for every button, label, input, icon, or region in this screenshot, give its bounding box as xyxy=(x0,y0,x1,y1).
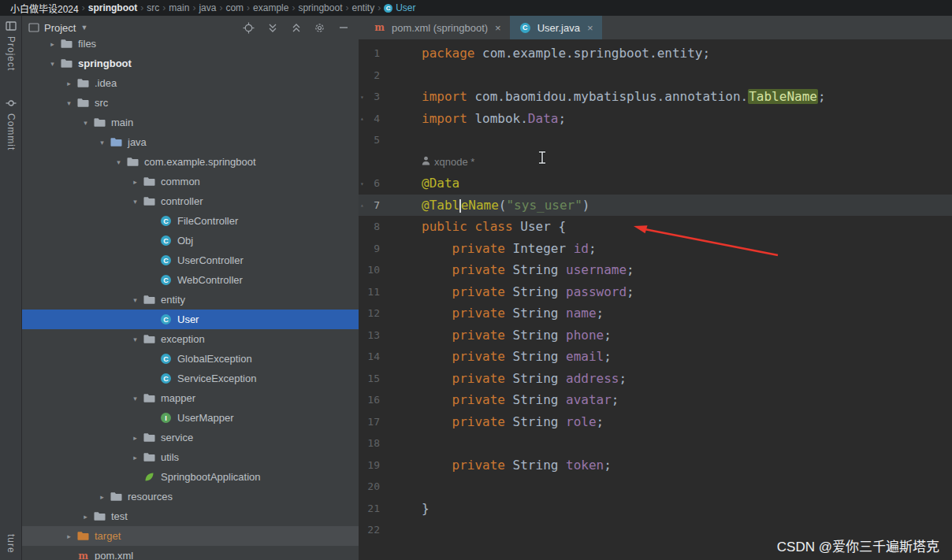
tree-item-filecontroller[interactable]: CFileController xyxy=(22,211,359,231)
code-text[interactable]: private String name; xyxy=(415,306,604,321)
collapse-all-icon[interactable] xyxy=(290,22,302,34)
tree-item-main[interactable]: ▾main xyxy=(22,113,359,132)
tree-item-usermapper[interactable]: IUserMapper xyxy=(22,408,359,428)
chevron-down-icon[interactable]: ▾ xyxy=(78,119,93,127)
code-text[interactable]: private String role; xyxy=(415,414,604,429)
tree-item-usercontroller[interactable]: CUserController xyxy=(22,250,359,270)
breadcrumb-item-entity[interactable]: entity xyxy=(349,2,377,13)
breadcrumb-item-example[interactable]: example xyxy=(251,2,291,13)
code-text[interactable]: private String username; xyxy=(415,262,634,277)
code-line[interactable]: 2 xyxy=(359,65,952,87)
tab-pom-xml-springboot[interactable]: mpom.xml (springboot)× xyxy=(364,16,510,39)
tree-item-springbootapplication[interactable]: SpringbootApplication xyxy=(22,467,359,487)
chevron-right-icon[interactable]: ▸ xyxy=(78,513,93,521)
chevron-right-icon[interactable]: ▸ xyxy=(61,80,76,87)
chevron-down-icon[interactable]: ▾ xyxy=(95,139,110,146)
chevron-right-icon[interactable]: ▸ xyxy=(128,434,143,442)
tree-item-webcontroller[interactable]: CWebController xyxy=(22,270,359,290)
close-icon[interactable]: × xyxy=(495,22,501,34)
breadcrumb-item-springboot[interactable]: springboot xyxy=(296,2,344,13)
settings-icon[interactable] xyxy=(314,22,325,34)
fold-marker-icon[interactable]: ▾ xyxy=(360,93,364,100)
tree-item-src[interactable]: ▾src xyxy=(22,93,359,113)
chevron-down-icon[interactable]: ▾ xyxy=(45,60,60,68)
chevron-down-icon[interactable]: ▼ xyxy=(80,24,87,32)
code-text[interactable]: private String address; xyxy=(415,371,627,386)
tree-item-test[interactable]: ▸test xyxy=(22,506,359,526)
code-line[interactable]: 7▴@TableName("sys_user") xyxy=(359,195,952,217)
tree-item-idea[interactable]: ▸.idea xyxy=(22,73,359,93)
rail-tab-project[interactable]: Project xyxy=(0,16,21,76)
code-text[interactable]: private String email; xyxy=(415,349,612,364)
code-line[interactable]: 8public class User { xyxy=(359,216,952,238)
code-line[interactable]: 20 xyxy=(359,476,952,498)
chevron-right-icon[interactable]: ▸ xyxy=(61,532,76,540)
code-line[interactable]: 5 xyxy=(359,129,952,151)
code-area[interactable]: 1package com.example.springboot.entity;2… xyxy=(359,39,952,560)
code-text[interactable]: public class User { xyxy=(415,219,566,234)
tree-item-mapper[interactable]: ▾mapper xyxy=(22,388,359,408)
expand-all-icon[interactable] xyxy=(266,22,278,34)
code-line[interactable]: 10 private String username; xyxy=(359,259,952,281)
close-icon[interactable]: × xyxy=(587,22,593,34)
rail-tab-structure[interactable]: ture xyxy=(0,529,22,558)
project-panel-title[interactable]: Project xyxy=(44,22,76,34)
chevron-down-icon[interactable]: ▾ xyxy=(128,296,143,304)
code-line[interactable]: 4▴import lombok.Data; xyxy=(359,108,952,130)
tree-item-serviceexception[interactable]: CServiceException xyxy=(22,369,359,388)
tree-item-files[interactable]: ▸files xyxy=(22,34,359,54)
tree-item-entity[interactable]: ▾entity xyxy=(22,290,359,310)
tree-item-service[interactable]: ▸service xyxy=(22,428,359,447)
code-line[interactable]: 16 private String avatar; xyxy=(359,389,952,411)
chevron-down-icon[interactable]: ▾ xyxy=(61,99,76,107)
fold-marker-icon[interactable]: ▴ xyxy=(360,115,364,122)
code-line[interactable]: 3▾import com.baomidou.mybatisplus.annota… xyxy=(359,86,952,108)
chevron-right-icon[interactable]: ▸ xyxy=(95,493,110,501)
code-line[interactable]: 11 private String password; xyxy=(359,281,952,303)
code-text[interactable]: private String token; xyxy=(415,458,612,473)
code-line[interactable]: 15 private String address; xyxy=(359,368,952,390)
tree-item-resources[interactable]: ▸resources xyxy=(22,487,359,506)
code-line[interactable]: 6▾@Data xyxy=(359,172,952,195)
code-text[interactable]: package com.example.springboot.entity; xyxy=(415,46,710,61)
code-text[interactable]: private String avatar; xyxy=(415,392,619,407)
code-line[interactable]: 14 private String email; xyxy=(359,346,952,368)
chevron-right-icon[interactable]: ▸ xyxy=(128,178,143,186)
fold-marker-icon[interactable]: ▴ xyxy=(360,202,364,209)
code-text[interactable]: import com.baomidou.mybatisplus.annotati… xyxy=(415,89,826,104)
tree-item-controller[interactable]: ▾controller xyxy=(22,191,359,211)
code-line[interactable]: 13 private String phone; xyxy=(359,325,952,347)
tree-item-springboot[interactable]: ▾springboot xyxy=(22,54,359,73)
breadcrumb-item-java[interactable]: java xyxy=(196,2,218,13)
hide-panel-icon[interactable] xyxy=(337,22,349,34)
tree-item-target[interactable]: ▸target xyxy=(22,526,359,546)
tree-item-utils[interactable]: ▸utils xyxy=(22,447,359,467)
code-line[interactable]: 12 private String name; xyxy=(359,302,952,325)
tree-item-exception[interactable]: ▾exception xyxy=(22,329,359,349)
breadcrumb-item-user[interactable]: CUser xyxy=(381,2,418,13)
code-line[interactable]: 19 private String token; xyxy=(359,454,952,477)
chevron-down-icon[interactable]: ▾ xyxy=(128,198,143,206)
inlay-hint-row[interactable]: xqnode * xyxy=(359,151,952,173)
locate-icon[interactable] xyxy=(243,22,255,34)
code-text[interactable]: private String phone; xyxy=(415,328,612,343)
tree-item-globalexception[interactable]: CGlobalException xyxy=(22,349,359,369)
tree-item-java[interactable]: ▾java xyxy=(22,132,359,152)
breadcrumb-item-main[interactable]: main xyxy=(166,2,192,13)
rail-tab-commit[interactable]: Commit xyxy=(0,93,21,155)
chevron-right-icon[interactable]: ▸ xyxy=(45,40,60,48)
code-text[interactable]: @Data xyxy=(415,176,459,191)
tree-item-common[interactable]: ▸common xyxy=(22,172,359,191)
code-text[interactable]: } xyxy=(415,501,430,516)
chevron-right-icon[interactable]: ▸ xyxy=(128,454,143,462)
tree-item-com-example-springboot[interactable]: ▾com.example.springboot xyxy=(22,152,359,172)
tree-item-user[interactable]: CUser xyxy=(22,310,359,329)
code-line[interactable]: 21} xyxy=(359,498,952,520)
code-text[interactable]: @TableName("sys_user") xyxy=(415,198,589,213)
breadcrumb-item-2024[interactable]: 小白做毕设2024 xyxy=(8,2,81,15)
code-line[interactable]: 17 private String role; xyxy=(359,411,952,433)
tree-item-obj[interactable]: CObj xyxy=(22,231,359,250)
fold-marker-icon[interactable]: ▾ xyxy=(360,180,364,187)
code-text[interactable]: xqnode * xyxy=(415,156,474,168)
code-text[interactable]: import lombok.Data; xyxy=(415,111,566,126)
